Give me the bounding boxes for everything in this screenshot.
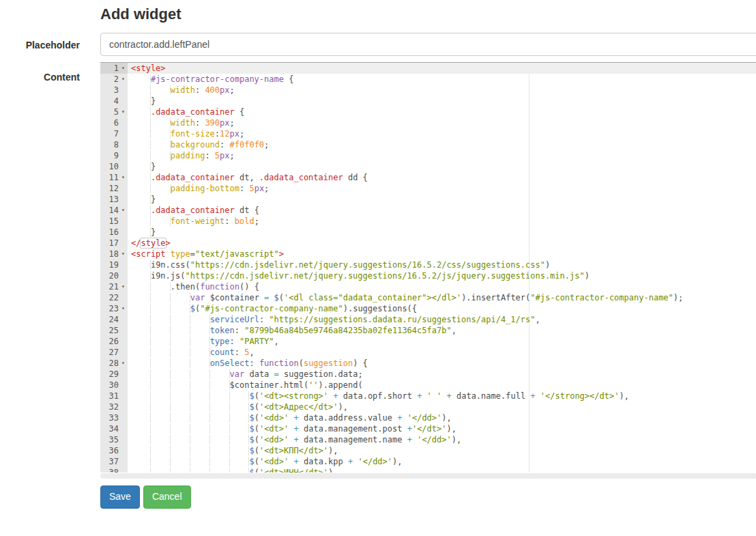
line-number: 9 (100, 150, 128, 161)
line-number: 32 (100, 401, 128, 412)
code-line[interactable]: padding: 5px; (131, 150, 756, 161)
line-number: 37 (100, 456, 128, 467)
code-line[interactable]: } (131, 194, 756, 205)
line-number: 3 (100, 85, 128, 96)
code-line[interactable]: $container.html('').append( (131, 380, 756, 391)
chevron-down-icon[interactable]: ▾ (119, 358, 128, 369)
code-line[interactable]: #js-contractor-company-name { (131, 74, 756, 85)
line-number: 2▾ (100, 74, 128, 85)
code-line[interactable]: serviceUrl: "https://suggestions.dadata.… (131, 314, 756, 325)
line-number: 12 (100, 183, 128, 194)
code-line[interactable]: width: 390px; (131, 117, 756, 128)
line-number: 18▾ (100, 249, 128, 259)
editor-gutter: 1▾2▾345▾67891011▾121314▾15161718▾192021▾… (100, 63, 128, 472)
add-widget-page: Add widget Placeholder Content 1▾2▾345▾6… (0, 5, 756, 536)
code-line[interactable]: $('<dt>ИНН</dt>'), (131, 467, 756, 472)
code-line[interactable]: $('<dd>' + data.kpp + '</dd>'), (131, 456, 756, 467)
code-line[interactable]: } (131, 161, 756, 172)
line-number: 22 (100, 292, 128, 303)
code-line[interactable]: .dadata_container { (131, 107, 756, 117)
line-number: 25 (100, 325, 128, 336)
content-form-row: Content 1▾2▾345▾67891011▾121314▾15161718… (0, 62, 756, 479)
line-number: 23▾ (100, 303, 128, 314)
line-number: 34 (100, 423, 128, 434)
code-line[interactable]: width: 400px; (131, 85, 756, 96)
line-number: 15 (100, 216, 128, 227)
line-number: 27 (100, 347, 128, 358)
chevron-down-icon[interactable]: ▾ (119, 74, 128, 85)
line-number: 17 (100, 238, 128, 249)
placeholder-label: Placeholder (0, 33, 80, 51)
code-line[interactable]: font-size:12px; (131, 128, 756, 139)
code-line[interactable]: <script type="text/javascript"> (131, 249, 756, 259)
line-number: 35 (100, 434, 128, 445)
chevron-down-icon[interactable]: ▾ (119, 205, 128, 216)
chevron-down-icon[interactable]: ▾ (119, 249, 128, 259)
editor-code-area[interactable]: <style> #js-contractor-company-name { wi… (128, 63, 756, 472)
chevron-down-icon[interactable]: ▾ (119, 63, 128, 74)
line-number: 14▾ (100, 205, 128, 216)
code-line[interactable]: $('<dd>' + data.management.name + '</dd>… (131, 434, 756, 445)
line-number: 20 (100, 270, 128, 281)
code-line[interactable]: $('<dt>Адрес</dt>'), (131, 401, 756, 412)
placeholder-form-row: Placeholder (0, 33, 756, 56)
code-line[interactable]: var $container = $('<dl class="dadata_co… (131, 292, 756, 303)
code-line[interactable]: $('<dt>КПП</dt>'), (131, 445, 756, 456)
code-line[interactable]: .dadata_container dt, .dadata_container … (131, 172, 756, 183)
code-line[interactable]: } (131, 96, 756, 107)
content-code-editor[interactable]: 1▾2▾345▾67891011▾121314▾15161718▾192021▾… (100, 62, 756, 479)
code-line[interactable]: background: #f0f0f0; (131, 139, 756, 150)
page-title: Add widget (100, 5, 756, 23)
code-line[interactable]: $('<dd>' + data.address.value + '</dd>')… (131, 412, 756, 423)
code-line[interactable]: .dadata_container dt { (131, 205, 756, 216)
form-actions: Save Cancel (100, 485, 756, 509)
line-number: 11▾ (100, 172, 128, 183)
line-number: 16 (100, 227, 128, 238)
code-line[interactable]: .then(function() { (131, 281, 756, 292)
line-number: 28▾ (100, 358, 128, 369)
cancel-button[interactable]: Cancel (143, 485, 191, 509)
line-number: 33 (100, 412, 128, 423)
line-number: 8 (100, 139, 128, 150)
line-number: 36 (100, 445, 128, 456)
save-button[interactable]: Save (100, 485, 140, 509)
line-number: 30 (100, 380, 128, 391)
placeholder-input[interactable] (100, 33, 756, 56)
code-line[interactable]: } (131, 227, 756, 238)
line-number: 5▾ (100, 107, 128, 117)
code-line[interactable]: $("#js-contractor-company-name").suggest… (131, 303, 756, 314)
code-line[interactable]: $('<dt><strong>' + data.opf.short + ' ' … (131, 391, 756, 401)
line-number: 13 (100, 194, 128, 205)
line-number: 1▾ (100, 63, 128, 74)
code-line[interactable]: onSelect: function(suggestion) { (131, 358, 756, 369)
code-line[interactable]: count: 5, (131, 347, 756, 358)
code-line[interactable]: font-weight: bold; (131, 216, 756, 227)
code-line[interactable]: var data = suggestion.data; (131, 369, 756, 380)
line-number: 4 (100, 96, 128, 107)
content-label: Content (0, 62, 80, 83)
code-line[interactable]: padding-bottom: 5px; (131, 183, 756, 194)
line-number: 26 (100, 336, 128, 347)
code-line[interactable]: token: "8799b46a84b5e9746a84235ba02fe113… (131, 325, 756, 336)
chevron-down-icon[interactable]: ▾ (119, 107, 128, 117)
chevron-down-icon[interactable]: ▾ (119, 281, 128, 292)
editor-body[interactable]: 1▾2▾345▾67891011▾121314▾15161718▾192021▾… (100, 63, 756, 472)
code-line[interactable]: </style> (131, 238, 756, 249)
code-line[interactable]: i9n.css("https://cdn.jsdelivr.net/jquery… (131, 259, 756, 270)
chevron-down-icon[interactable]: ▾ (119, 303, 128, 314)
line-number: 31 (100, 391, 128, 401)
line-number: 38 (100, 467, 128, 472)
code-line[interactable]: type: "PARTY", (131, 336, 756, 347)
code-line[interactable]: <style> (128, 63, 756, 74)
line-number: 19 (100, 259, 128, 270)
line-number: 7 (100, 128, 128, 139)
line-number: 29 (100, 369, 128, 380)
line-number: 6 (100, 117, 128, 128)
editor-horizontal-scrollbar[interactable] (100, 473, 756, 479)
line-number: 24 (100, 314, 128, 325)
code-line[interactable]: i9n.js("https://cdn.jsdelivr.net/jquery.… (131, 270, 756, 281)
line-number: 21▾ (100, 281, 128, 292)
code-line[interactable]: $('<dt>' + data.management.post +'</dt>'… (131, 423, 756, 434)
chevron-down-icon[interactable]: ▾ (119, 172, 128, 183)
line-number: 10 (100, 161, 128, 172)
